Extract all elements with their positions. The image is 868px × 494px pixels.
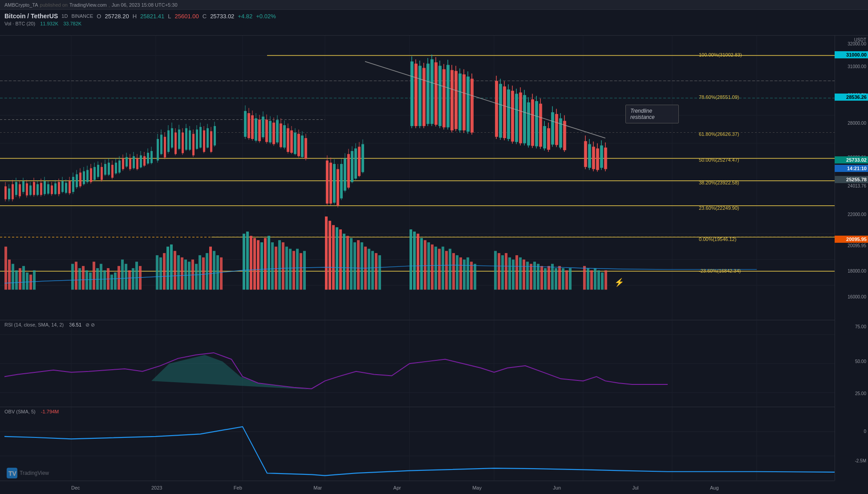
tv-logo-text: TradingView (20, 470, 49, 476)
svg-rect-91 (292, 251, 295, 290)
rsi-panel[interactable]: RSI (14, close, SMA, 14, 2) 36.51 ⊘ ⊘ (0, 320, 835, 407)
main-chart[interactable]: Trendlineresistance (0, 36, 835, 320)
svg-rect-113 (417, 234, 419, 290)
svg-rect-67 (188, 261, 191, 290)
svg-rect-55 (132, 268, 134, 290)
xaxis-dec: Dec (71, 485, 80, 490)
publisher-label: AMBCrypto_TA (4, 2, 38, 8)
svg-rect-56 (135, 261, 138, 290)
rsi-50: 50.00 (855, 359, 866, 364)
open-value: 25728.20 (105, 13, 129, 20)
svg-rect-85 (271, 242, 274, 290)
price-20095: 20095.95 (848, 243, 866, 248)
svg-rect-144 (544, 268, 547, 290)
svg-rect-62 (170, 245, 173, 290)
svg-rect-52 (121, 260, 124, 290)
svg-rect-82 (260, 242, 263, 290)
svg-rect-105 (361, 242, 363, 290)
svg-rect-33 (19, 268, 21, 290)
svg-rect-72 (206, 253, 208, 290)
svg-rect-30 (8, 260, 11, 290)
svg-rect-133 (505, 253, 507, 290)
svg-rect-71 (202, 257, 205, 290)
svg-rect-61 (166, 247, 169, 290)
svg-rect-95 (325, 216, 328, 290)
svg-rect-73 (209, 247, 212, 290)
high-label: H (133, 13, 137, 20)
svg-rect-100 (343, 234, 345, 290)
yaxis-rsi: 75.00 50.00 25.00 (835, 320, 868, 407)
svg-rect-115 (424, 240, 426, 290)
svg-marker-428 (151, 355, 312, 390)
svg-rect-41 (82, 266, 85, 290)
svg-rect-70 (199, 255, 201, 290)
price-18000: 18000.00 (848, 269, 866, 274)
svg-rect-125 (459, 257, 462, 290)
svg-rect-114 (420, 238, 423, 290)
svg-rect-60 (163, 253, 166, 290)
price-24013: 24013.76 (848, 184, 866, 188)
yaxis-obv: 0 -2.5M (835, 407, 868, 481)
svg-rect-84 (268, 236, 270, 290)
svg-rect-108 (371, 251, 374, 290)
svg-rect-39 (75, 261, 77, 290)
svg-rect-59 (159, 257, 162, 290)
xaxis-labels: Dec 2023 Feb Mar Apr May Jun Jul Aug (0, 485, 835, 490)
price-box-25733: 25733.02 (835, 156, 868, 163)
svg-rect-51 (118, 266, 120, 290)
svg-rect-31 (12, 264, 14, 290)
obv-neg25m: -2.5M (855, 458, 866, 463)
svg-rect-88 (282, 242, 284, 290)
svg-rect-99 (339, 229, 342, 290)
svg-rect-46 (100, 264, 102, 290)
svg-line-415 (365, 61, 605, 138)
svg-rect-35 (26, 273, 28, 290)
vol-val1: 11.932K (40, 21, 58, 26)
svg-rect-40 (78, 268, 81, 290)
svg-rect-34 (22, 266, 25, 290)
svg-rect-98 (336, 227, 338, 290)
svg-rect-43 (89, 273, 92, 290)
xaxis: Dec 2023 Feb Mar Apr May Jun Jul Aug (0, 481, 835, 494)
svg-rect-132 (501, 255, 504, 290)
xaxis-2023: 2023 (151, 485, 162, 490)
svg-rect-121 (445, 251, 448, 290)
xaxis-may: May (472, 485, 482, 490)
top-bar: Bitcoin / TetherUS 1D BINANCE O 25728.20… (0, 10, 868, 36)
svg-rect-53 (125, 264, 127, 290)
svg-rect-111 (410, 229, 412, 290)
svg-rect-81 (257, 240, 260, 290)
svg-rect-149 (562, 268, 564, 290)
xaxis-jun: Jun (553, 485, 561, 490)
vol-val2: 33.782K (63, 21, 81, 26)
svg-rect-58 (156, 255, 158, 290)
svg-rect-47 (103, 270, 106, 290)
timeframe-label: 1D (61, 13, 68, 19)
svg-rect-97 (332, 225, 335, 290)
volume-line: Vol · BTC (20) 11.932K 33.782K (4, 21, 864, 26)
xaxis-feb: Feb (234, 485, 242, 490)
price-31000: 31000.00 (848, 64, 866, 69)
svg-rect-156 (597, 270, 600, 290)
annotation-box: Trendlineresistance (625, 105, 679, 123)
price-16000: 16000.00 (848, 294, 866, 299)
svg-rect-124 (456, 255, 458, 290)
obv-panel[interactable]: OBV (SMA, 5) -1.794M (0, 407, 835, 481)
svg-rect-154 (590, 270, 593, 290)
chart-container: Trendlineresistance RSI (14, close, SMA,… (0, 36, 868, 494)
svg-rect-138 (523, 260, 525, 290)
price-box-31000: 31000.00 (835, 51, 868, 58)
annotation-text: Trendlineresistance (630, 108, 655, 120)
svg-rect-153 (587, 268, 589, 290)
platform-label: TradingView.com (69, 2, 107, 8)
svg-rect-83 (264, 238, 267, 290)
xaxis-aug: Aug (710, 485, 719, 490)
svg-rect-129 (474, 264, 476, 290)
low-value: 25601.00 (175, 13, 199, 20)
svg-rect-76 (220, 257, 223, 290)
svg-rect-141 (533, 261, 536, 290)
svg-rect-123 (452, 253, 455, 290)
date-label: Jun 06, 2023 15:08 UTC+5:30 (112, 2, 178, 8)
svg-rect-38 (71, 264, 74, 290)
svg-rect-143 (540, 266, 543, 290)
